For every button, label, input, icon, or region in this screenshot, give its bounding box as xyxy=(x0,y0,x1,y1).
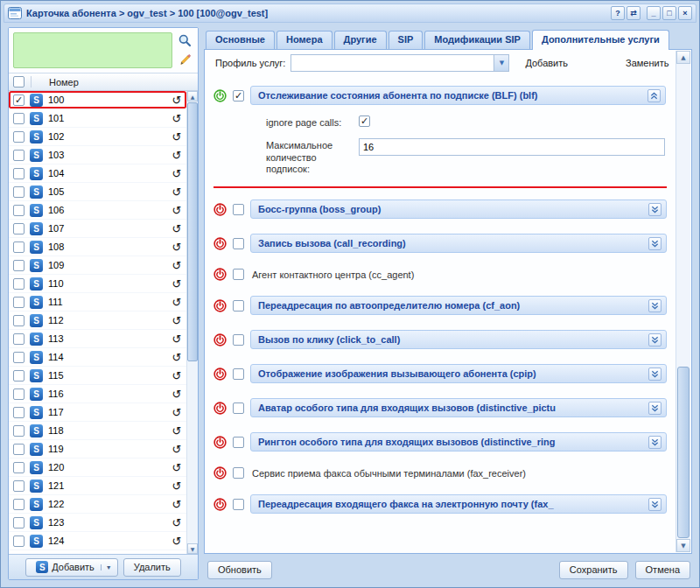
history-icon[interactable]: ↺ xyxy=(167,536,186,547)
service-profile-input[interactable] xyxy=(291,55,494,71)
edit-button[interactable] xyxy=(177,53,192,69)
row-checkbox[interactable] xyxy=(13,444,24,455)
select-all-checkbox[interactable] xyxy=(13,76,24,88)
row-checkbox[interactable] xyxy=(13,186,24,198)
row-checkbox[interactable] xyxy=(13,352,24,363)
subscriber-row[interactable]: S107↺ xyxy=(9,220,186,238)
history-icon[interactable]: ↺ xyxy=(167,278,186,290)
history-icon[interactable]: ↺ xyxy=(167,444,186,455)
service-checkbox[interactable] xyxy=(233,300,244,312)
subscriber-row[interactable]: S102↺ xyxy=(9,128,186,146)
close-button[interactable]: × xyxy=(678,6,692,20)
scroll-down-icon[interactable]: ▼ xyxy=(676,539,690,552)
history-icon[interactable]: ↺ xyxy=(167,388,186,400)
titlebar[interactable]: Карточка абонента > ogv_test > 100 [100@… xyxy=(4,4,696,23)
row-checkbox[interactable] xyxy=(13,223,24,234)
service-checkbox[interactable] xyxy=(233,368,244,380)
subscriber-row[interactable]: S106↺ xyxy=(9,201,186,220)
save-button[interactable]: Сохранить xyxy=(559,561,628,579)
history-icon[interactable]: ↺ xyxy=(167,407,186,418)
combo-dropdown-icon[interactable]: ▼ xyxy=(494,55,508,71)
row-checkbox[interactable] xyxy=(13,168,24,179)
history-icon[interactable]: ↺ xyxy=(167,186,186,198)
search-button[interactable] xyxy=(177,33,192,49)
detach-button[interactable]: ⇄ xyxy=(626,6,640,20)
add-dropdown-arrow-icon[interactable]: ▼ xyxy=(101,564,112,570)
service-checkbox[interactable] xyxy=(233,204,244,215)
help-button[interactable]: ? xyxy=(611,6,625,20)
service-checkbox[interactable] xyxy=(233,437,244,448)
subscriber-row[interactable]: S115↺ xyxy=(9,367,186,385)
expand-icon[interactable] xyxy=(648,436,662,449)
maximize-button[interactable]: □ xyxy=(662,6,676,20)
scrollbar-thumb[interactable] xyxy=(187,102,198,361)
row-checkbox[interactable] xyxy=(13,150,24,161)
row-checkbox[interactable] xyxy=(13,315,24,326)
subscriber-row[interactable]: S116↺ xyxy=(9,385,186,403)
service-checkbox[interactable] xyxy=(233,238,244,249)
service-header[interactable]: Босс-группа (boss_group) xyxy=(250,200,667,219)
service-checkbox[interactable] xyxy=(233,334,244,346)
row-checkbox[interactable] xyxy=(13,131,24,143)
expand-icon[interactable] xyxy=(648,237,662,250)
subscriber-row[interactable]: S108↺ xyxy=(9,238,186,256)
row-checkbox[interactable] xyxy=(13,260,24,271)
subscriber-row[interactable]: S110↺ xyxy=(9,275,186,293)
history-icon[interactable]: ↺ xyxy=(167,499,186,510)
history-icon[interactable]: ↺ xyxy=(167,425,186,437)
row-checkbox[interactable] xyxy=(13,388,24,400)
scroll-up-icon[interactable]: ▲ xyxy=(187,91,198,102)
collapse-icon[interactable] xyxy=(648,89,661,102)
subscriber-row[interactable]: S111↺ xyxy=(9,293,186,312)
scrollbar-thumb[interactable] xyxy=(677,367,690,538)
history-icon[interactable]: ↺ xyxy=(167,223,186,234)
row-checkbox[interactable] xyxy=(13,517,24,528)
row-checkbox[interactable] xyxy=(13,407,24,418)
service-header[interactable]: Аватар особого типа для входящих вызовов… xyxy=(250,398,667,417)
cancel-button[interactable]: Отмена xyxy=(635,561,690,579)
power-off-icon[interactable] xyxy=(214,466,227,480)
row-checkbox[interactable] xyxy=(13,242,24,253)
history-icon[interactable]: ↺ xyxy=(167,242,186,253)
scroll-down-icon[interactable]: ▼ xyxy=(187,543,198,554)
service-header[interactable]: Переадресация по автоопределителю номера… xyxy=(250,296,667,315)
history-icon[interactable]: ↺ xyxy=(167,260,186,271)
subscriber-row[interactable]: S113↺ xyxy=(9,330,186,348)
tab-sip[interactable]: SIP xyxy=(388,31,424,49)
subscriber-row[interactable]: S120↺ xyxy=(9,458,186,477)
expand-icon[interactable] xyxy=(648,402,662,415)
field-checkbox[interactable]: ✓ xyxy=(359,116,370,127)
tab-main[interactable]: Основные xyxy=(206,31,275,49)
history-icon[interactable]: ↺ xyxy=(167,113,186,124)
power-off-icon[interactable] xyxy=(214,402,227,415)
expand-icon[interactable] xyxy=(648,333,662,346)
profile-replace-button[interactable]: Заменить xyxy=(620,55,674,71)
history-icon[interactable]: ↺ xyxy=(167,131,186,143)
scroll-up-icon[interactable]: ▲ xyxy=(676,51,690,64)
tab-extra-services[interactable]: Дополнительные услуги xyxy=(532,30,669,50)
row-checkbox[interactable] xyxy=(13,462,24,473)
row-checkbox[interactable] xyxy=(13,333,24,345)
subscriber-row[interactable]: S109↺ xyxy=(9,256,186,275)
service-checkbox[interactable] xyxy=(233,467,244,479)
service-checkbox[interactable] xyxy=(233,499,244,510)
power-on-icon[interactable] xyxy=(214,89,227,102)
row-checkbox[interactable] xyxy=(13,499,24,510)
list-scrollbar[interactable]: ▲ ▼ xyxy=(186,91,198,554)
history-icon[interactable]: ↺ xyxy=(167,480,186,492)
row-checkbox[interactable] xyxy=(13,536,24,547)
power-off-icon[interactable] xyxy=(214,268,227,281)
expand-icon[interactable] xyxy=(648,368,662,381)
service-header[interactable]: Отображение изображения вызывающего абон… xyxy=(250,364,667,383)
history-icon[interactable]: ↺ xyxy=(167,352,186,363)
power-off-icon[interactable] xyxy=(214,299,227,312)
refresh-button[interactable]: Обновить xyxy=(207,561,272,579)
delete-subscriber-button[interactable]: Удалить xyxy=(123,558,181,577)
field-input[interactable] xyxy=(359,138,665,156)
service-checkbox[interactable] xyxy=(233,269,244,280)
profile-add-button[interactable]: Добавить xyxy=(520,55,573,71)
history-icon[interactable]: ↺ xyxy=(167,297,186,308)
subscriber-row[interactable]: S101↺ xyxy=(9,109,186,128)
service-checkbox[interactable] xyxy=(233,402,244,414)
service-header[interactable]: Запись вызова (call_recording) xyxy=(250,234,667,253)
